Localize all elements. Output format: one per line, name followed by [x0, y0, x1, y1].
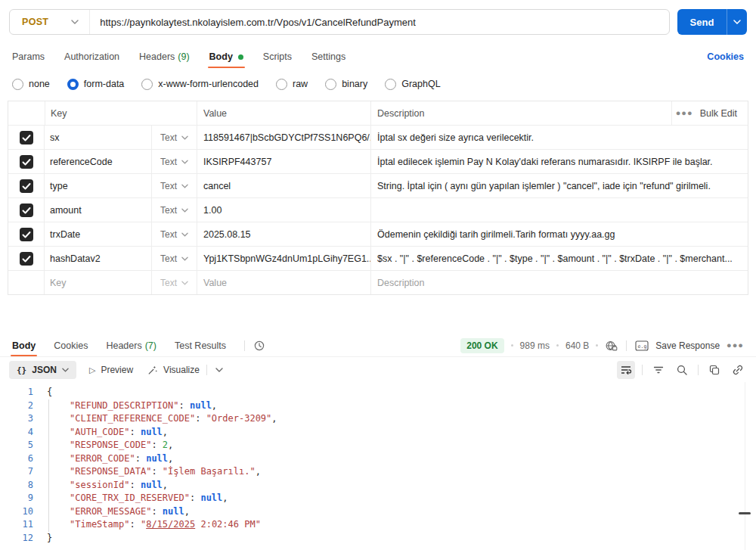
- description-cell[interactable]: $sx . "|" . $referenceCode . "|" . $type…: [371, 247, 748, 270]
- type-dropdown[interactable]: Text: [152, 198, 197, 222]
- send-options-button[interactable]: [727, 9, 747, 35]
- code-token: "CLIENT_REFERENCE_CODE": [70, 413, 195, 424]
- key-cell[interactable]: sx: [45, 126, 152, 149]
- value-cell[interactable]: 1.00: [197, 198, 371, 222]
- line-number: 4: [0, 426, 33, 440]
- divider: [626, 340, 627, 351]
- tab-body[interactable]: Body: [209, 47, 243, 67]
- bulk-edit-button[interactable]: Bulk Edit: [700, 108, 737, 119]
- response-tab-body[interactable]: Body: [12, 334, 36, 356]
- send-button[interactable]: Send: [677, 9, 727, 35]
- description-cell[interactable]: String. İptal için ( aynı gün yapılan iş…: [371, 174, 748, 197]
- code-content: "RESPONSE_DATA": "İşlem Başarılı.",: [47, 465, 261, 479]
- type-label: Text: [160, 253, 177, 264]
- type-dropdown[interactable]: Text: [152, 222, 197, 246]
- scrollbar-thumb[interactable]: [739, 512, 751, 514]
- type-dropdown[interactable]: Text: [152, 247, 197, 270]
- response-tab-headers[interactable]: Headers(7): [106, 334, 156, 356]
- status-badge[interactable]: 200 OK: [460, 338, 503, 353]
- body-mode-graphql[interactable]: GraphQL: [385, 79, 440, 90]
- visualize-button[interactable]: Visualize: [140, 361, 206, 380]
- value-input[interactable]: Value: [197, 271, 371, 294]
- tab-authorization[interactable]: Authorization: [64, 47, 119, 67]
- search-icon[interactable]: [673, 361, 691, 379]
- type-dropdown[interactable]: Text: [152, 271, 197, 294]
- response-tab-test-results[interactable]: Test Results: [175, 334, 226, 356]
- checkbox-checked-icon[interactable]: [20, 131, 33, 144]
- value-cell[interactable]: 118591467|bScbGDYCtPf7SS1N6PQ6/...: [197, 126, 371, 149]
- value-cell[interactable]: 2025.08.15: [197, 222, 371, 246]
- key-cell[interactable]: trxDate: [45, 222, 152, 246]
- url-input[interactable]: https://paynkolaytest.nkolayislem.com.tr…: [90, 17, 416, 28]
- wrap-text-icon[interactable]: [617, 361, 635, 379]
- checkbox-checked-icon[interactable]: [20, 228, 33, 241]
- key-cell[interactable]: type: [45, 174, 152, 197]
- type-label: Text: [160, 132, 177, 143]
- network-info-icon[interactable]: [605, 340, 618, 352]
- radio-selected-icon[interactable]: [67, 79, 79, 90]
- chevron-down-icon: [181, 160, 188, 164]
- type-dropdown[interactable]: Text: [152, 150, 197, 173]
- tab-label: Scripts: [263, 51, 292, 62]
- tab-scripts[interactable]: Scripts: [263, 47, 292, 67]
- description-cell[interactable]: İptal edilecek işlemin Pay N Kolay'daki …: [371, 150, 748, 173]
- key-cell[interactable]: referenceCode: [45, 150, 152, 173]
- line-number: 5: [0, 439, 33, 452]
- cookies-link[interactable]: Cookies: [707, 51, 744, 62]
- radio-icon[interactable]: [385, 79, 396, 90]
- radio-icon[interactable]: [141, 79, 153, 90]
- visualize-options-chevron-icon[interactable]: [215, 368, 223, 372]
- body-mode-raw[interactable]: raw: [276, 79, 308, 90]
- checkbox-cell[interactable]: [8, 271, 45, 294]
- description-cell[interactable]: İptal sx değeri size ayrıca verilecektir…: [371, 126, 748, 149]
- tab-headers[interactable]: Headers(9): [139, 47, 190, 67]
- code-token: ,: [222, 493, 228, 503]
- filter-icon[interactable]: [649, 361, 668, 379]
- radio-icon[interactable]: [276, 79, 287, 90]
- response-history-icon[interactable]: [253, 340, 265, 352]
- type-dropdown[interactable]: Text: [152, 126, 197, 149]
- type-label: Text: [160, 205, 177, 216]
- checkbox-checked-icon[interactable]: [20, 252, 33, 266]
- radio-icon[interactable]: [325, 79, 336, 90]
- key-cell[interactable]: hashDatav2: [45, 247, 152, 270]
- format-dropdown[interactable]: {} JSON: [9, 361, 76, 379]
- checkbox-checked-icon[interactable]: [20, 179, 33, 193]
- preview-button[interactable]: ▷ Preview: [82, 361, 140, 379]
- tab-params[interactable]: Params: [12, 47, 45, 67]
- tab-settings[interactable]: Settings: [311, 47, 345, 67]
- copy-icon[interactable]: [705, 361, 723, 379]
- value-cell[interactable]: Ypj1KTSbpnWGz4dnUm1pLGihy7EG1...: [197, 247, 371, 270]
- code-line: 1{: [0, 386, 756, 399]
- value-cell[interactable]: cancel: [197, 174, 371, 197]
- checkbox-checked-icon[interactable]: [20, 204, 33, 217]
- save-response-button[interactable]: Save Response: [655, 340, 720, 351]
- mode-label: binary: [342, 79, 367, 89]
- description-cell[interactable]: [371, 198, 748, 222]
- response-tab-cookies[interactable]: Cookies: [54, 334, 88, 356]
- value-cell[interactable]: IKSIRPF443757: [197, 150, 371, 173]
- body-mode-none[interactable]: none: [12, 79, 50, 90]
- more-options-icon[interactable]: ●●●: [676, 109, 693, 117]
- response-size[interactable]: 640 B: [565, 340, 589, 351]
- radio-icon[interactable]: [12, 79, 23, 90]
- mode-label: GraphQL: [401, 79, 440, 89]
- description-input[interactable]: Description: [371, 271, 748, 294]
- description-cell[interactable]: Ödemenin çekildiği tarih girilmeli.Tarih…: [371, 222, 748, 246]
- method-selector[interactable]: POST: [10, 10, 90, 34]
- body-mode-selector: noneform-datax-www-form-urlencodedrawbin…: [0, 77, 756, 91]
- link-icon[interactable]: [729, 361, 747, 379]
- response-time[interactable]: 989 ms: [520, 340, 550, 351]
- body-mode-form-data[interactable]: form-data: [67, 79, 125, 90]
- save-example-icon[interactable]: e.g: [635, 340, 649, 351]
- type-dropdown[interactable]: Text: [152, 174, 197, 197]
- body-mode-binary[interactable]: binary: [325, 79, 367, 90]
- body-mode-x-www-form-urlencoded[interactable]: x-www-form-urlencoded: [141, 79, 259, 90]
- checkbox-checked-icon[interactable]: [20, 155, 33, 169]
- key-input[interactable]: Key: [45, 271, 152, 294]
- key-cell[interactable]: amount: [45, 198, 152, 222]
- response-more-options-icon[interactable]: ●●●: [727, 341, 744, 350]
- checkbox-cell: [8, 150, 45, 173]
- code-token: "İşlem Başarılı.": [163, 466, 256, 477]
- table-header-row: Key Value Description ●●● Bulk Edit: [8, 101, 748, 125]
